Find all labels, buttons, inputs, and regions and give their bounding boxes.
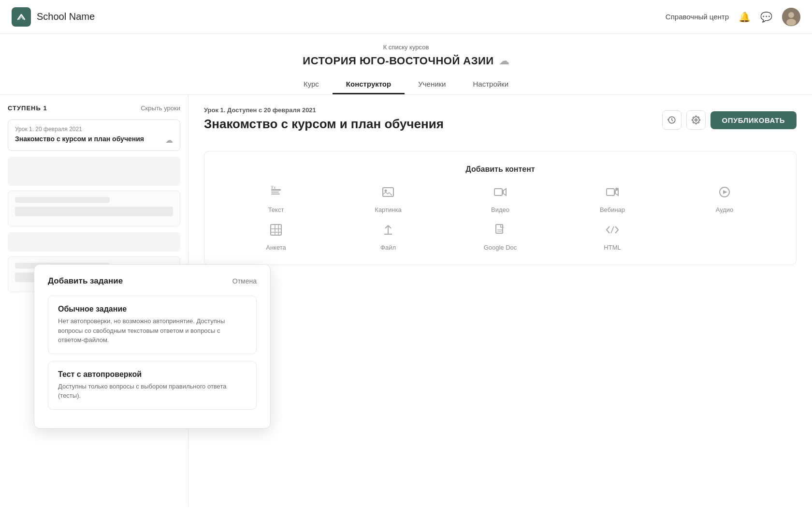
task-option-normal-title: Обычное задание <box>58 305 246 314</box>
modal-title: Добавить задание <box>48 276 123 286</box>
school-name: School Name <box>37 11 95 22</box>
content-item-image[interactable]: Картинка <box>332 185 444 213</box>
stage-title: СТУПЕНЬ 1 <box>8 105 47 112</box>
tab-students[interactable]: Ученики <box>405 75 459 94</box>
add-content-title: Добавить контент <box>220 165 781 174</box>
right-panel: Урок 1. Доступен с 20 февраля 2021 Знако… <box>188 95 812 506</box>
audio-label: Аудио <box>716 206 734 213</box>
lesson-placeholder-1 <box>8 157 180 186</box>
content-item-html[interactable]: HTML <box>556 223 668 251</box>
svg-point-2 <box>786 19 796 26</box>
text-icon: Тт <box>269 185 283 202</box>
svg-text:Тт: Тт <box>271 185 276 190</box>
svg-point-4 <box>695 119 697 121</box>
settings-btn[interactable] <box>686 110 706 130</box>
task-option-auto[interactable]: Тест с автопроверкой Доступны только воп… <box>48 361 257 410</box>
header-right: Справочный центр 🔔 💬 <box>666 8 800 26</box>
audio-icon <box>718 185 731 202</box>
svg-rect-6 <box>271 192 279 193</box>
content-item-video[interactable]: Видео <box>444 185 556 213</box>
tab-constructor[interactable]: Конструктор <box>333 75 405 94</box>
course-cloud-icon: ☁ <box>499 55 509 67</box>
hide-lessons-btn[interactable]: Скрыть уроки <box>141 105 180 112</box>
video-icon <box>493 185 507 202</box>
modal-cancel-btn[interactable]: Отмена <box>232 277 257 285</box>
svg-point-13 <box>615 188 618 191</box>
course-header: К списку курсов ИСТОРИЯ ЮГО-ВОСТОЧНОЙ АЗ… <box>0 34 812 95</box>
lesson-title-row: Знакомство с курсом и план обучения ☁ <box>15 134 173 145</box>
lesson-title: Знакомство с курсом и план обучения <box>15 134 144 144</box>
anketa-label: Анкета <box>266 244 286 251</box>
help-center-link[interactable]: Справочный центр <box>666 13 729 21</box>
task-option-auto-desc: Доступны только вопросы с выбором правил… <box>58 382 246 401</box>
course-title: ИСТОРИЯ ЮГО-ВОСТОЧНОЙ АЗИИ <box>303 55 493 67</box>
header-left: School Name <box>12 7 95 27</box>
content-item-file[interactable]: Файл <box>332 223 444 251</box>
content-item-audio[interactable]: Аудио <box>668 185 781 213</box>
publish-btn[interactable]: ОПУБЛИКОВАТЬ <box>710 111 797 129</box>
header: School Name Справочный центр 🔔 💬 <box>0 0 812 34</box>
svg-point-1 <box>788 12 794 18</box>
logo-icon[interactable] <box>12 7 31 27</box>
history-btn[interactable] <box>662 110 682 130</box>
content-item-anketa[interactable]: Анкета <box>220 223 332 251</box>
lesson-cloud-icon: ☁ <box>165 135 173 145</box>
task-option-normal-desc: Нет автопроверки, но возможно автопринят… <box>58 316 246 345</box>
webinar-icon <box>606 185 619 202</box>
image-label: Картинка <box>375 206 401 213</box>
lesson-date: Урок 1. 20 февраля 2021 <box>15 126 173 133</box>
svg-rect-11 <box>494 189 502 195</box>
lesson-access-date: Урок 1. Доступен с 20 февраля 2021 <box>204 106 444 114</box>
tab-settings[interactable]: Настройки <box>460 75 522 94</box>
content-item-webinar[interactable]: Вебинар <box>556 185 668 213</box>
svg-rect-7 <box>271 194 280 194</box>
course-title-row: ИСТОРИЯ ЮГО-ВОСТОЧНОЙ АЗИИ ☁ <box>0 55 812 67</box>
googledoc-label: Google Doc <box>484 244 517 251</box>
lesson-card-1[interactable]: Урок 1. 20 февраля 2021 Знакомство с кур… <box>8 120 180 151</box>
lesson-placeholder-2 <box>8 232 180 252</box>
avatar[interactable] <box>782 8 800 26</box>
svg-rect-25 <box>496 224 503 233</box>
svg-point-10 <box>385 190 387 192</box>
tab-course[interactable]: Курс <box>290 75 333 94</box>
image-icon <box>381 185 395 202</box>
grey-block-short <box>15 197 110 203</box>
add-task-modal: Добавить задание Отмена Обычное задание … <box>34 264 271 429</box>
svg-rect-12 <box>607 189 614 195</box>
anketa-icon <box>269 223 283 240</box>
content-item-googledoc[interactable]: Google Doc <box>444 223 556 251</box>
main-content: СТУПЕНЬ 1 Скрыть уроки Урок 1. 20 феврал… <box>0 95 812 506</box>
task-option-normal[interactable]: Обычное задание Нет автопроверки, но воз… <box>48 296 257 354</box>
content-grid: Тт Текст Картинка <box>220 185 781 251</box>
googledoc-icon <box>493 223 507 240</box>
svg-rect-16 <box>271 224 281 235</box>
course-tabs: Курс Конструктор Ученики Настройки <box>0 75 812 94</box>
file-label: Файл <box>380 244 396 251</box>
text-label: Текст <box>268 206 284 213</box>
lesson-big-title: Знакомство с курсом и план обучения <box>204 117 444 132</box>
grey-block-tall <box>15 207 173 216</box>
content-item-text[interactable]: Тт Текст <box>220 185 332 213</box>
lesson-access-text: Урок 1. Доступен с <box>204 106 264 114</box>
html-label: HTML <box>604 244 621 251</box>
chat-icon[interactable]: 💬 <box>760 11 772 23</box>
svg-line-28 <box>611 226 614 233</box>
back-link[interactable]: К списку курсов <box>0 44 812 51</box>
html-icon <box>606 223 619 240</box>
lesson-header-info: Урок 1. Доступен с 20 февраля 2021 Знако… <box>204 106 444 132</box>
svg-marker-15 <box>723 190 727 194</box>
notification-icon[interactable]: 🔔 <box>739 11 751 23</box>
webinar-label: Вебинар <box>600 206 625 213</box>
file-icon <box>381 223 395 240</box>
stage-header: СТУПЕНЬ 1 Скрыть уроки <box>8 105 180 112</box>
add-content-panel: Добавить контент Тт Текст <box>204 151 797 265</box>
task-option-auto-title: Тест с автопроверкой <box>58 370 246 379</box>
modal-header: Добавить задание Отмена <box>48 276 257 286</box>
lesson-card-grey-1[interactable] <box>8 191 180 226</box>
lesson-access-date-bold: 20 февраля 2021 <box>264 106 316 114</box>
video-label: Видео <box>491 206 509 213</box>
